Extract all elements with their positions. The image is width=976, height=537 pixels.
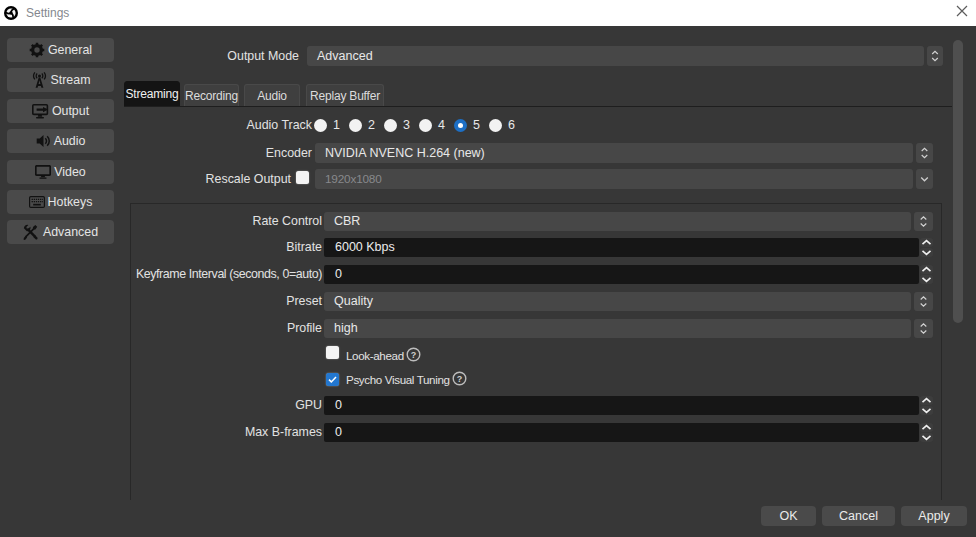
svg-text:?: ?	[411, 350, 417, 360]
svg-text:?: ?	[457, 374, 463, 384]
